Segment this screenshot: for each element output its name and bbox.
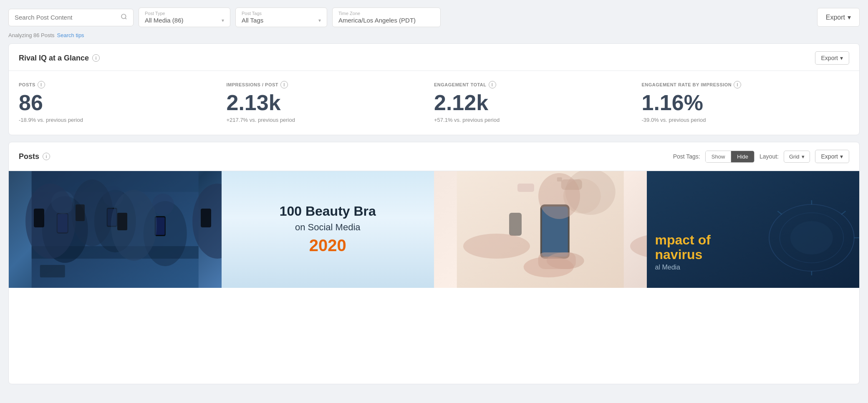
stat-value-eng-rate: 1.16% — [642, 92, 840, 113]
export-button-posts[interactable]: Export ▾ — [815, 150, 849, 163]
svg-rect-7 — [58, 214, 68, 232]
posts-card-header: Posts i Post Tags: Show Hide Layout: Gri… — [9, 142, 859, 171]
svg-rect-28 — [538, 252, 576, 269]
post-type-value: All Media (86) — [145, 17, 184, 24]
timezone-label: Time Zone — [338, 11, 434, 16]
covid-virus-text: navirus — [655, 247, 851, 262]
search-tips-link[interactable]: Search tips — [57, 32, 84, 38]
svg-rect-6 — [57, 213, 68, 234]
info-icon-impressions[interactable]: i — [280, 81, 288, 88]
post-type-dropdown[interactable]: Post Type All Media (86) ▾ — [139, 8, 230, 27]
beauty-social-text: on Social Media — [295, 222, 361, 233]
stat-value-posts: 86 — [19, 92, 217, 113]
export-button-top[interactable]: Export ▾ — [817, 8, 860, 27]
chevron-down-icon-5: ▾ — [802, 154, 805, 160]
stat-engagement-total: ENGAGEMENT TOTAL i 2.12k +57.1% vs. prev… — [434, 81, 642, 123]
layout-text: Layout: — [760, 153, 779, 160]
post-item-4[interactable]: mpact of navirus al Media — [647, 171, 860, 384]
svg-point-0 — [121, 14, 126, 19]
post-tags-value: All Tags — [242, 17, 263, 24]
svg-point-21 — [563, 179, 601, 214]
svg-rect-8 — [107, 208, 117, 227]
svg-rect-10 — [155, 216, 166, 236]
svg-rect-24 — [540, 204, 570, 259]
info-icon-posts-section[interactable]: i — [43, 153, 50, 160]
svg-rect-18 — [32, 171, 199, 192]
search-box[interactable] — [8, 9, 134, 26]
card-title-glance: Rival IQ at a Glance i — [19, 54, 100, 63]
search-input[interactable] — [15, 14, 117, 21]
post-tags-dropdown[interactable]: Post Tags All Tags ▾ — [235, 8, 327, 27]
export-button-glance[interactable]: Export ▾ — [815, 51, 849, 65]
info-icon-posts[interactable]: i — [38, 81, 45, 88]
beauty-year-text: 2020 — [309, 236, 346, 255]
post-item-2[interactable]: 100 Beauty Bra on Social Media 2020 — [222, 171, 434, 384]
post-image-4: mpact of navirus al Media — [647, 171, 860, 288]
svg-rect-2 — [32, 171, 199, 288]
post-tags-label: Post Tags — [242, 11, 321, 16]
covid-text-block: mpact of navirus al Media — [655, 233, 851, 271]
layout-dropdown-button[interactable]: Grid ▾ — [784, 151, 810, 163]
svg-point-13 — [51, 191, 75, 214]
stat-value-impressions: 2.13k — [227, 92, 424, 113]
svg-rect-23 — [557, 177, 562, 181]
chevron-down-icon-3: ▾ — [848, 13, 851, 21]
timezone-value: America/Los Angeles (PDT) — [338, 17, 434, 24]
chevron-down-icon-6: ▾ — [840, 153, 843, 160]
post-image-2: 100 Beauty Bra on Social Media 2020 — [222, 171, 434, 288]
post-item-3[interactable] — [434, 171, 647, 384]
svg-point-3 — [42, 196, 88, 263]
beauty-brands-text: 100 Beauty Bra — [280, 204, 376, 219]
svg-rect-17 — [40, 265, 65, 277]
hide-toggle-button[interactable]: Hide — [731, 151, 754, 162]
stat-compare-impressions: +217.7% vs. previous period — [227, 117, 424, 123]
post-image-3 — [434, 171, 647, 288]
svg-rect-19 — [457, 171, 624, 288]
search-icon — [121, 13, 127, 22]
svg-point-20 — [565, 171, 616, 215]
svg-point-26 — [524, 257, 574, 277]
svg-rect-25 — [542, 207, 568, 257]
covid-extra-text: al Media — [655, 264, 851, 271]
svg-point-5 — [144, 201, 187, 266]
show-toggle-button[interactable]: Show — [706, 151, 732, 162]
post-tags-toggle: Show Hide — [705, 151, 754, 163]
covid-main-text: mpact of — [655, 233, 851, 247]
chevron-down-icon-4: ▾ — [840, 55, 843, 61]
svg-line-1 — [125, 18, 126, 19]
stat-posts: POSTS i 86 -18.9% vs. previous period — [19, 81, 227, 123]
svg-rect-9 — [108, 209, 116, 226]
post-type-label: Post Type — [145, 11, 224, 16]
post-item-1[interactable] — [9, 171, 222, 384]
stat-compare-eng-rate: -39.0% vs. previous period — [642, 117, 840, 123]
sub-toolbar: Analyzing 86 Posts Search tips — [0, 31, 868, 43]
svg-point-14 — [103, 186, 124, 207]
svg-rect-11 — [156, 217, 165, 235]
stat-engagement-rate: ENGAGEMENT RATE BY IMPRESSION i 1.16% -3… — [642, 81, 850, 123]
svg-rect-22 — [561, 179, 582, 190]
main-content: Rival IQ at a Glance i Export ▾ POSTS i … — [0, 43, 868, 393]
post-image-1 — [9, 171, 222, 288]
analyzing-text: Analyzing 86 Posts — [8, 32, 55, 38]
posts-card: Posts i Post Tags: Show Hide Layout: Gri… — [8, 142, 860, 384]
stat-compare-posts: -18.9% vs. previous period — [19, 117, 217, 123]
info-icon-eng-total[interactable]: i — [489, 81, 496, 88]
stats-row: POSTS i 86 -18.9% vs. previous period IM… — [9, 71, 859, 135]
svg-point-15 — [152, 194, 174, 215]
svg-rect-16 — [32, 246, 199, 259]
timezone-selector[interactable]: Time Zone America/Los Angeles (PDT) — [332, 8, 441, 27]
card-header-glance: Rival IQ at a Glance i Export ▾ — [9, 44, 859, 71]
at-a-glance-card: Rival IQ at a Glance i Export ▾ POSTS i … — [8, 43, 860, 135]
svg-point-27 — [547, 252, 584, 269]
chevron-down-icon-2: ▾ — [318, 18, 321, 23]
posts-controls: Post Tags: Show Hide Layout: Grid ▾ Expo… — [673, 150, 849, 163]
stat-impressions: IMPRESSIONS / POST i 2.13k +217.7% vs. p… — [227, 81, 434, 123]
stat-compare-eng-total: +57.1% vs. previous period — [434, 117, 632, 123]
toolbar: Post Type All Media (86) ▾ Post Tags All… — [0, 0, 868, 31]
info-icon-eng-rate[interactable]: i — [734, 81, 741, 88]
svg-point-4 — [94, 190, 136, 252]
chevron-down-icon: ▾ — [222, 18, 224, 23]
info-icon-glance[interactable]: i — [92, 54, 100, 62]
post-tags-text: Post Tags: — [673, 153, 700, 160]
stat-value-eng-total: 2.12k — [434, 92, 632, 113]
